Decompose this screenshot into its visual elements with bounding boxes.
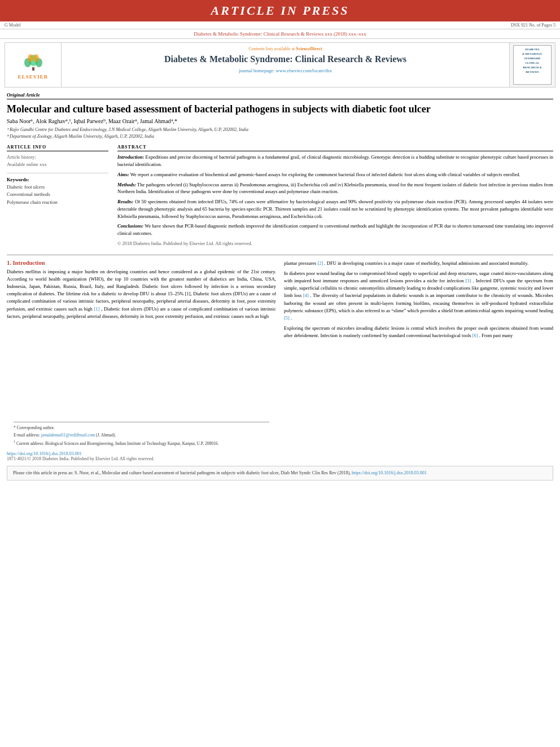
keywords-block: Keywords: Diabetic foot ulcers Conventio… <box>7 177 108 207</box>
journal-link-text: Diabetes & Metabolic Syndrome: Clinical … <box>194 31 366 37</box>
footnotes-area: * Corresponding author. E-mail address: … <box>7 422 276 447</box>
citation-box: Please cite this article in press as: S.… <box>7 466 553 480</box>
available-online: Available online xxx <box>7 161 108 168</box>
right-para-3: Exploring the spectrum of microbes invad… <box>284 325 553 339</box>
abstract-intro: Introduction: Expeditious and precise di… <box>117 154 553 168</box>
citation-text: Please cite this article in press as: S.… <box>13 470 351 475</box>
doi-bar: https://doi.org/10.1016/j.dsx.2018.03.00… <box>7 451 553 461</box>
abstract-block: Introduction: Expeditious and precise di… <box>117 154 553 247</box>
abstract-aims: Aims: We report a comparative evaluation… <box>117 171 553 178</box>
affiliations: ᵃ Rajiv Gandhi Centre for Diabetes and E… <box>7 126 553 140</box>
issn-line: 1871-4021/© 2018 Diabetes India. Publish… <box>7 456 553 461</box>
footnote-1: 1 Current address: Biological Sciences a… <box>14 439 269 447</box>
citation-doi-link[interactable]: https://doi.org/10.1016/j.dsx.2018.03.00… <box>352 470 427 475</box>
body-left-column: 1. Introduction Diabetes mellitus is imp… <box>7 260 276 448</box>
affiliation-b: ᵇ Department of Zoology, Aligarh Muslim … <box>7 133 553 140</box>
main-body: 1. Introduction Diabetes mellitus is imp… <box>7 260 553 448</box>
article-info-column: ARTICLE INFO Article history: Available … <box>7 145 108 250</box>
abstract-copyright: © 2018 Diabetes India. Published by Else… <box>117 240 553 247</box>
keyword-1: Diabetic foot ulcers <box>7 184 108 191</box>
footnotes-block: * Corresponding author. E-mail address: … <box>14 422 269 447</box>
article-info-abstract-section: ARTICLE INFO Article history: Available … <box>7 145 553 250</box>
article-history-label: Article history: <box>7 154 108 161</box>
journal-title-section: Contents lists available at ScienceDirec… <box>62 43 510 87</box>
footnote-email-link[interactable]: jamalahmad11@rediffmail.com <box>41 433 95 438</box>
intro-section-title: 1. Introduction <box>7 260 276 266</box>
homepage-url[interactable]: www.elsevier.com/locate/dsx <box>276 68 333 73</box>
right-para-1: plantar pressures [2] . DFU in developin… <box>284 260 553 267</box>
g-model-bar: G Model DSX 921 No. of Pages 5 <box>0 21 560 29</box>
article-title: Molecular and culture based assessment o… <box>7 103 553 116</box>
article-info-heading: ARTICLE INFO <box>7 145 108 151</box>
sciencedirect-link[interactable]: ScienceDirect <box>296 46 322 51</box>
journal-header: ELSEVIER Contents lists available at Sci… <box>5 42 555 88</box>
footnote-email: E-mail address: jamalahmad11@rediffmail.… <box>14 432 269 438</box>
sciencedirect-line: Contents lists available at ScienceDirec… <box>67 46 504 51</box>
banner-label: ARTICLE IN PRESS <box>211 3 349 18</box>
abstract-results: Results: Of 50 specimens obtained from i… <box>117 198 553 220</box>
affiliation-a: ᵃ Rajiv Gandhi Centre for Diabetes and E… <box>7 126 553 133</box>
journal-homepage: journal homepage: www.elsevier.com/locat… <box>67 68 504 73</box>
footnote-corresponding: * Corresponding author. <box>14 425 269 431</box>
abstract-conclusions: Conclusions: We have shown that PCR-base… <box>117 222 553 237</box>
section-divider <box>7 255 553 255</box>
svg-point-3 <box>28 54 33 62</box>
article-type: Original Article <box>7 92 553 99</box>
keyword-2: Conventional methods <box>7 191 108 199</box>
g-model-left: G Model <box>5 23 21 28</box>
abstract-heading: ABSTRACT <box>117 145 553 151</box>
elsevier-wordmark: ELSEVIER <box>18 74 49 80</box>
g-model-right: DSX 921 No. of Pages 5 <box>511 23 555 28</box>
authors-text: Saba Noorᵃ, Alok Raghavᵃ,¹, Iqbal Parwez… <box>7 118 177 124</box>
keyword-3: Polymerase chain reaction <box>7 199 108 207</box>
abstract-column: ABSTRACT Introduction: Expeditious and p… <box>117 145 553 250</box>
body-right-column: plantar pressures [2] . DFU in developin… <box>284 260 553 448</box>
right-para-2: In diabetes poor wound healing due to co… <box>284 270 553 322</box>
journal-title: Diabetes & Metabolic Syndrome: Clinical … <box>67 54 504 65</box>
intro-para-1: Diabetes mellitus is imposing a major bu… <box>7 268 276 320</box>
doi-link[interactable]: https://doi.org/10.1016/j.dsx.2018.03.00… <box>7 451 82 456</box>
article-history-block: Article history: Available online xxx <box>7 154 108 168</box>
journal-link-bar: Diabetes & Metabolic Syndrome: Clinical … <box>0 29 560 39</box>
thumb-image: DIABETES& METABOLICSYNDROMECLINICALRESEA… <box>513 45 552 85</box>
article-in-press-banner: ARTICLE IN PRESS <box>0 0 560 21</box>
elsevier-logo-section: ELSEVIER <box>5 43 62 87</box>
elsevier-tree-icon <box>16 50 50 73</box>
keywords-label: Keywords: <box>7 177 108 182</box>
authors-line: Saba Noorᵃ, Alok Raghavᵃ,¹, Iqbal Parwez… <box>7 118 553 124</box>
svg-rect-5 <box>32 67 34 71</box>
abstract-methods: Methods: The pathogens selected (i) Stap… <box>117 181 553 196</box>
svg-point-4 <box>33 54 39 62</box>
journal-thumbnail: DIABETES& METABOLICSYNDROMECLINICALRESEA… <box>510 43 555 87</box>
